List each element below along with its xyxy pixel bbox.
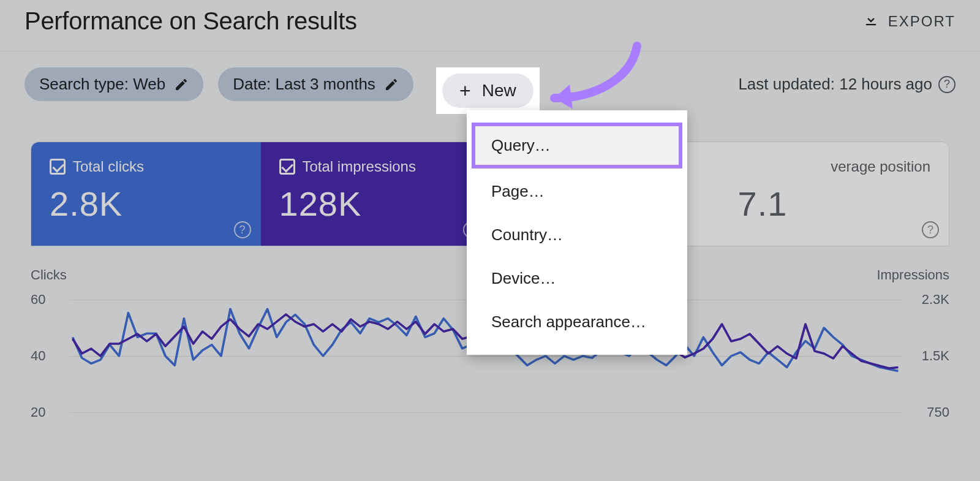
filter-date-label: Date: Last 3 months bbox=[233, 75, 375, 94]
metric-impressions-value: 128K bbox=[279, 184, 472, 224]
plus-icon: + bbox=[459, 81, 471, 100]
pencil-icon bbox=[384, 77, 399, 92]
metric-total-clicks[interactable]: Total clicks 2.8K ? bbox=[31, 142, 261, 246]
new-label: New bbox=[482, 81, 516, 100]
metric-total-impressions[interactable]: Total impressions 128K ? bbox=[261, 142, 491, 246]
metric-clicks-value: 2.8K bbox=[50, 184, 243, 224]
filter-chip-date[interactable]: Date: Last 3 months bbox=[218, 67, 413, 101]
last-updated-label: Last updated: 12 hours ago bbox=[738, 75, 932, 94]
metric-position-label: verage position bbox=[831, 158, 930, 175]
dropdown-item-page[interactable]: Page… bbox=[467, 170, 687, 213]
download-icon bbox=[862, 11, 880, 32]
checkbox-icon bbox=[279, 159, 295, 175]
new-filter-dropdown: Query…Page…Country…Device…Search appeara… bbox=[467, 110, 687, 355]
chart-right-axis-title: Impressions bbox=[876, 267, 949, 283]
help-icon[interactable]: ? bbox=[922, 221, 939, 238]
dropdown-item-device[interactable]: Device… bbox=[467, 257, 687, 300]
export-button[interactable]: EXPORT bbox=[862, 11, 956, 32]
metric-impressions-label: Total impressions bbox=[303, 158, 416, 175]
metric-position-value: 7.1 bbox=[738, 184, 931, 224]
dropdown-item-query[interactable]: Query… bbox=[473, 124, 681, 167]
chart-left-axis-title: Clicks bbox=[31, 267, 67, 283]
new-filter-button[interactable]: + New bbox=[442, 74, 533, 108]
pencil-icon bbox=[174, 77, 189, 92]
export-label: EXPORT bbox=[888, 13, 956, 30]
help-icon[interactable]: ? bbox=[938, 76, 956, 93]
filter-search-type-label: Search type: Web bbox=[39, 75, 165, 94]
dropdown-item-search-appearance[interactable]: Search appearance… bbox=[467, 300, 687, 344]
dropdown-item-country[interactable]: Country… bbox=[467, 213, 687, 257]
metric-clicks-label: Total clicks bbox=[73, 158, 144, 175]
page-title: Performance on Search results bbox=[24, 7, 357, 35]
checkbox-icon bbox=[50, 159, 66, 175]
help-icon[interactable]: ? bbox=[234, 221, 251, 238]
filter-chip-search-type[interactable]: Search type: Web bbox=[24, 67, 203, 101]
metric-average-position[interactable]: verage position 7.1 ? bbox=[720, 142, 949, 246]
